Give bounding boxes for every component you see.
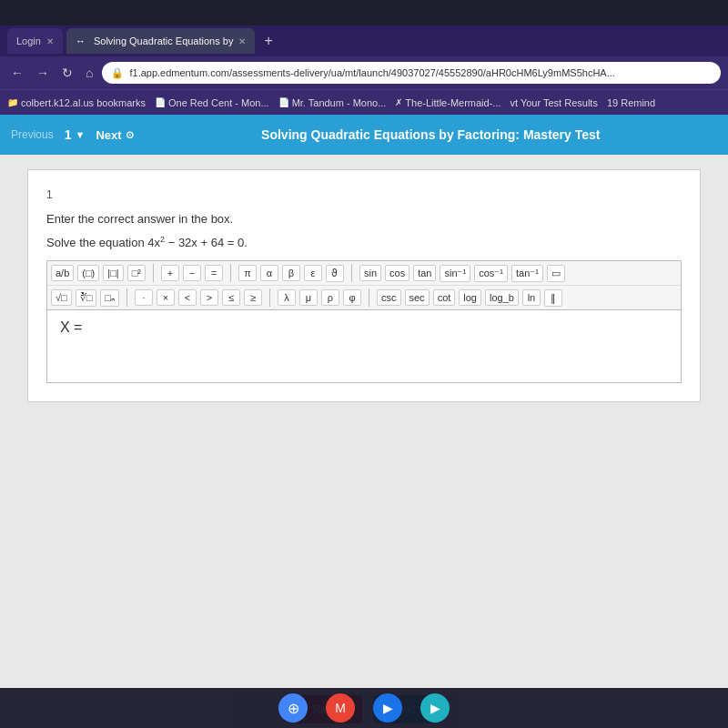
- lock-icon: 🔒: [111, 67, 124, 79]
- dot-button[interactable]: ·: [135, 289, 153, 306]
- forward-button[interactable]: →: [33, 64, 53, 82]
- question-number-label: 1: [46, 188, 682, 201]
- theta-button[interactable]: ϑ: [326, 265, 344, 282]
- beta-button[interactable]: β: [282, 265, 300, 281]
- taskbar: ⊕ M ▶ ▶: [0, 688, 728, 728]
- address-bar-row: ← → ↻ ⌂ 🔒 f1.app.edmentum.com/assessment…: [0, 56, 728, 89]
- math-toolbar-row-1: a/b (□) |□| □² + − = π α β ε ϑ sin cos t…: [47, 261, 681, 286]
- chrome-icon[interactable]: ⊕: [278, 693, 308, 723]
- cos-button[interactable]: cos: [385, 265, 410, 281]
- bookmark-icon-3: ✗: [395, 97, 402, 107]
- divider-1: [153, 264, 154, 282]
- bookmark-testresults-label: vt Your Test Results: [511, 97, 598, 108]
- question-number: 1: [65, 127, 72, 142]
- arccos-button[interactable]: cos⁻¹: [474, 265, 508, 282]
- lt-button[interactable]: <: [178, 289, 197, 306]
- alpha-button[interactable]: α: [260, 265, 278, 281]
- arctan-button[interactable]: tan⁻¹: [511, 265, 543, 282]
- gte-button[interactable]: ≥: [244, 289, 262, 306]
- math-toolbar: a/b (□) |□| □² + − = π α β ε ϑ sin cos t…: [46, 260, 682, 310]
- next-nav-button[interactable]: Next ⊙: [96, 128, 133, 142]
- math-input-area[interactable]: X =: [46, 310, 682, 383]
- logb-button[interactable]: log_b: [485, 289, 519, 306]
- bookmark-tandum-label: Mr. Tandum - Mono...: [292, 97, 387, 108]
- next-nav-label: Next: [96, 128, 121, 142]
- main-content: 1 Enter the correct answer in the box. S…: [0, 155, 728, 682]
- divider-6: [369, 288, 369, 307]
- arcsin-button[interactable]: sin⁻¹: [440, 265, 470, 282]
- rho-button[interactable]: ρ: [321, 289, 339, 306]
- tab-login-close-icon[interactable]: ✕: [46, 36, 54, 46]
- url-text: f1.app.edmentum.com/assessments-delivery…: [129, 67, 614, 78]
- previous-button[interactable]: Previous: [11, 128, 54, 141]
- fraction-button[interactable]: a/b: [51, 265, 74, 281]
- home-button[interactable]: ⌂: [82, 64, 96, 82]
- bookmark-remind[interactable]: 19 Remind: [607, 97, 655, 108]
- divider-3: [351, 264, 352, 282]
- phi-button[interactable]: φ: [343, 289, 361, 306]
- next-nav-icon: ⊙: [126, 129, 134, 141]
- ln-button[interactable]: ln: [522, 289, 541, 306]
- chevron-down-icon[interactable]: ▼: [75, 129, 85, 140]
- square-button[interactable]: □²: [127, 265, 146, 281]
- bookmark-icon-1: 📄: [155, 97, 166, 107]
- bookmark-mermaid[interactable]: ✗ The-Little-Mermaid-...: [395, 97, 500, 108]
- sin-button[interactable]: sin: [359, 265, 381, 281]
- sqrt-button[interactable]: √□: [51, 289, 72, 306]
- bookmark-mermaid-label: The-Little-Mermaid-...: [405, 97, 500, 108]
- youtube-icon[interactable]: ▶: [420, 693, 450, 723]
- drive-icon[interactable]: ▶: [373, 693, 402, 723]
- abs-button[interactable]: |□|: [103, 265, 123, 281]
- bookmark-testresults[interactable]: vt Your Test Results: [511, 97, 598, 108]
- bookmark-remind-label: 19 Remind: [607, 97, 655, 108]
- csc-button[interactable]: csc: [377, 289, 401, 306]
- bookmark-oneredcent[interactable]: 📄 One Red Cent - Mon...: [155, 97, 269, 108]
- tan-button[interactable]: tan: [413, 265, 436, 281]
- top-dark-bar: [0, 0, 728, 25]
- tab-quadratic[interactable]: ↔ Solving Quadratic Equations by ✕: [66, 28, 255, 54]
- log-button[interactable]: log: [459, 289, 481, 306]
- tab-quadratic-close-icon[interactable]: ✕: [238, 36, 246, 46]
- pi-button[interactable]: π: [238, 265, 257, 281]
- matrix-button[interactable]: ▭: [547, 265, 565, 282]
- refresh-button[interactable]: ↻: [58, 64, 76, 82]
- equals-button[interactable]: =: [205, 265, 223, 281]
- input-label: X =: [60, 319, 82, 336]
- folder-icon: 📁: [7, 97, 18, 107]
- times-button[interactable]: ×: [157, 289, 175, 306]
- question-card: 1 Enter the correct answer in the box. S…: [27, 169, 701, 402]
- math-toolbar-row-2: √□ ∛□ □ₙ · × < > ≤ ≥ λ μ ρ φ csc sec cot…: [47, 286, 681, 309]
- lambda-button[interactable]: λ: [278, 289, 296, 306]
- gt-button[interactable]: >: [200, 289, 218, 306]
- divider-2: [230, 264, 231, 282]
- question-instruction: Enter the correct answer in the box.: [46, 212, 682, 226]
- bookmark-colbert[interactable]: 📁 colbert.k12.al.us bookmarks: [7, 97, 146, 108]
- page-title: Solving Quadratic Equations by Factoring…: [145, 127, 717, 142]
- lte-button[interactable]: ≤: [222, 289, 240, 306]
- bookmarks-bar: 📁 colbert.k12.al.us bookmarks 📄 One Red …: [0, 89, 728, 115]
- paren-button[interactable]: (□): [77, 265, 99, 281]
- divider-4: [126, 288, 127, 307]
- question-text: Solve the equation 4x2 − 32x + 64 = 0.: [46, 235, 682, 249]
- divider-5: [269, 288, 270, 307]
- mu-button[interactable]: μ: [299, 289, 318, 306]
- norm-button[interactable]: ‖: [544, 289, 562, 307]
- sec-button[interactable]: sec: [405, 289, 430, 306]
- cbrt-button[interactable]: ∛□: [76, 289, 97, 307]
- address-bar[interactable]: 🔒 f1.app.edmentum.com/assessments-delive…: [102, 62, 721, 84]
- back-button[interactable]: ←: [7, 64, 27, 82]
- tab-login[interactable]: Login ✕: [7, 28, 63, 54]
- cot-button[interactable]: cot: [433, 289, 456, 306]
- plus-button[interactable]: +: [161, 265, 179, 281]
- subscript-button[interactable]: □ₙ: [100, 289, 119, 307]
- question-nav: 1 ▼: [65, 127, 86, 142]
- bookmark-tandum[interactable]: 📄 Mr. Tandum - Mono...: [278, 97, 387, 108]
- add-tab-button[interactable]: +: [258, 33, 278, 49]
- bookmark-oneredcent-label: One Red Cent - Mon...: [168, 97, 269, 108]
- bookmark-colbert-label: colbert.k12.al.us bookmarks: [21, 97, 146, 108]
- minus-button[interactable]: −: [183, 265, 201, 281]
- gmail-icon[interactable]: M: [326, 693, 355, 723]
- epsilon-button[interactable]: ε: [304, 265, 322, 281]
- bookmark-icon-2: 📄: [278, 97, 289, 107]
- tab-login-label: Login: [16, 35, 41, 46]
